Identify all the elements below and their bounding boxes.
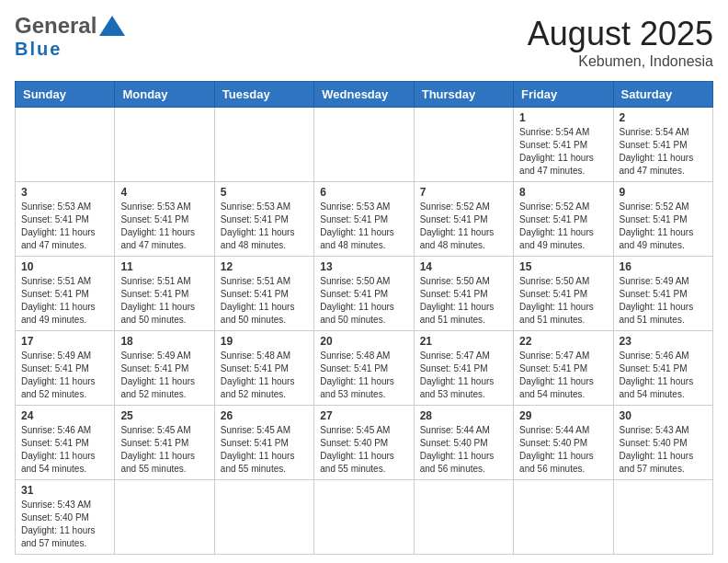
table-row: 12Sunrise: 5:51 AM Sunset: 5:41 PM Dayli… (214, 257, 313, 331)
header-saturday: Saturday (613, 82, 712, 108)
day-number: 25 (120, 409, 208, 422)
table-row: 16Sunrise: 5:49 AM Sunset: 5:41 PM Dayli… (613, 257, 712, 331)
day-info: Sunrise: 5:53 AM Sunset: 5:41 PM Dayligh… (320, 201, 407, 252)
table-row (214, 480, 313, 555)
table-row: 19Sunrise: 5:48 AM Sunset: 5:41 PM Dayli… (214, 331, 313, 406)
day-number: 28 (420, 409, 507, 422)
table-row: 20Sunrise: 5:48 AM Sunset: 5:41 PM Dayli… (314, 331, 414, 406)
day-info: Sunrise: 5:49 AM Sunset: 5:41 PM Dayligh… (620, 275, 707, 327)
header-thursday: Thursday (414, 82, 513, 108)
day-info: Sunrise: 5:54 AM Sunset: 5:41 PM Dayligh… (519, 126, 607, 178)
table-row: 14Sunrise: 5:50 AM Sunset: 5:41 PM Dayli… (414, 257, 513, 331)
day-number: 17 (21, 335, 108, 348)
day-info: Sunrise: 5:44 AM Sunset: 5:40 PM Dayligh… (519, 424, 607, 476)
day-number: 10 (21, 260, 108, 273)
header-wednesday: Wednesday (314, 82, 414, 108)
day-number: 4 (120, 186, 208, 199)
day-number: 14 (420, 260, 507, 273)
day-info: Sunrise: 5:45 AM Sunset: 5:41 PM Dayligh… (120, 424, 208, 476)
day-number: 19 (221, 335, 308, 348)
calendar-week-row: 3Sunrise: 5:53 AM Sunset: 5:41 PM Daylig… (16, 182, 713, 257)
day-info: Sunrise: 5:49 AM Sunset: 5:41 PM Dayligh… (120, 350, 208, 401)
day-number: 16 (620, 260, 707, 273)
table-row (414, 108, 513, 182)
table-row: 17Sunrise: 5:49 AM Sunset: 5:41 PM Dayli… (16, 331, 115, 406)
day-info: Sunrise: 5:48 AM Sunset: 5:41 PM Dayligh… (221, 350, 308, 401)
svg-marker-0 (99, 16, 125, 36)
day-info: Sunrise: 5:43 AM Sunset: 5:40 PM Dayligh… (620, 424, 707, 476)
day-number: 3 (21, 186, 108, 199)
month-year-label: August 2025 (528, 15, 713, 53)
table-row (613, 480, 712, 555)
day-number: 22 (519, 335, 607, 348)
table-row: 24Sunrise: 5:46 AM Sunset: 5:41 PM Dayli… (16, 406, 115, 480)
day-info: Sunrise: 5:52 AM Sunset: 5:41 PM Dayligh… (620, 201, 707, 252)
day-number: 5 (221, 186, 308, 199)
day-info: Sunrise: 5:44 AM Sunset: 5:40 PM Dayligh… (420, 424, 507, 476)
day-number: 18 (120, 335, 208, 348)
table-row: 10Sunrise: 5:51 AM Sunset: 5:41 PM Dayli… (16, 257, 115, 331)
table-row (214, 108, 313, 182)
calendar-week-row: 17Sunrise: 5:49 AM Sunset: 5:41 PM Dayli… (16, 331, 713, 406)
table-row: 31Sunrise: 5:43 AM Sunset: 5:40 PM Dayli… (16, 480, 115, 555)
day-info: Sunrise: 5:50 AM Sunset: 5:41 PM Dayligh… (320, 275, 407, 327)
day-info: Sunrise: 5:51 AM Sunset: 5:41 PM Dayligh… (120, 275, 208, 327)
table-row: 7Sunrise: 5:52 AM Sunset: 5:41 PM Daylig… (414, 182, 513, 257)
day-number: 24 (21, 409, 108, 422)
day-info: Sunrise: 5:48 AM Sunset: 5:41 PM Dayligh… (320, 350, 407, 401)
calendar-week-row: 31Sunrise: 5:43 AM Sunset: 5:40 PM Dayli… (16, 480, 713, 555)
day-number: 27 (320, 409, 407, 422)
logo-blue-text: Blue (15, 39, 125, 60)
page-header: General Blue August 2025 Kebumen, Indone… (15, 15, 713, 70)
day-number: 23 (620, 335, 707, 348)
day-number: 11 (120, 260, 208, 273)
table-row: 15Sunrise: 5:50 AM Sunset: 5:41 PM Dayli… (514, 257, 613, 331)
header-sunday: Sunday (16, 82, 115, 108)
day-info: Sunrise: 5:50 AM Sunset: 5:41 PM Dayligh… (519, 275, 607, 327)
table-row: 22Sunrise: 5:47 AM Sunset: 5:41 PM Dayli… (514, 331, 613, 406)
table-row: 4Sunrise: 5:53 AM Sunset: 5:41 PM Daylig… (115, 182, 214, 257)
day-info: Sunrise: 5:46 AM Sunset: 5:41 PM Dayligh… (21, 424, 108, 476)
day-info: Sunrise: 5:45 AM Sunset: 5:40 PM Dayligh… (320, 424, 407, 476)
day-info: Sunrise: 5:45 AM Sunset: 5:41 PM Dayligh… (221, 424, 308, 476)
day-number: 20 (320, 335, 407, 348)
day-info: Sunrise: 5:54 AM Sunset: 5:41 PM Dayligh… (620, 126, 707, 178)
table-row: 29Sunrise: 5:44 AM Sunset: 5:40 PM Dayli… (514, 406, 613, 480)
day-number: 1 (519, 111, 607, 124)
day-info: Sunrise: 5:51 AM Sunset: 5:41 PM Dayligh… (221, 275, 308, 327)
table-row: 18Sunrise: 5:49 AM Sunset: 5:41 PM Dayli… (115, 331, 214, 406)
day-info: Sunrise: 5:50 AM Sunset: 5:41 PM Dayligh… (420, 275, 507, 327)
day-number: 30 (620, 409, 707, 422)
day-info: Sunrise: 5:53 AM Sunset: 5:41 PM Dayligh… (221, 201, 308, 252)
day-number: 12 (221, 260, 308, 273)
location-label: Kebumen, Indonesia (528, 53, 713, 70)
table-row (514, 480, 613, 555)
table-row: 1Sunrise: 5:54 AM Sunset: 5:41 PM Daylig… (514, 108, 613, 182)
day-number: 21 (420, 335, 507, 348)
logo-general-text: General (15, 15, 97, 37)
table-row: 25Sunrise: 5:45 AM Sunset: 5:41 PM Dayli… (115, 406, 214, 480)
table-row (115, 108, 214, 182)
day-number: 31 (21, 484, 108, 497)
table-row: 5Sunrise: 5:53 AM Sunset: 5:41 PM Daylig… (214, 182, 313, 257)
table-row: 8Sunrise: 5:52 AM Sunset: 5:41 PM Daylig… (514, 182, 613, 257)
table-row (314, 108, 414, 182)
table-row: 30Sunrise: 5:43 AM Sunset: 5:40 PM Dayli… (613, 406, 712, 480)
table-row (414, 480, 513, 555)
day-info: Sunrise: 5:43 AM Sunset: 5:40 PM Dayligh… (21, 499, 108, 550)
day-number: 26 (221, 409, 308, 422)
table-row (115, 480, 214, 555)
table-row (314, 480, 414, 555)
table-row: 9Sunrise: 5:52 AM Sunset: 5:41 PM Daylig… (613, 182, 712, 257)
logo: General Blue (15, 15, 125, 60)
table-row: 13Sunrise: 5:50 AM Sunset: 5:41 PM Dayli… (314, 257, 414, 331)
table-row: 26Sunrise: 5:45 AM Sunset: 5:41 PM Dayli… (214, 406, 313, 480)
calendar-week-row: 10Sunrise: 5:51 AM Sunset: 5:41 PM Dayli… (16, 257, 713, 331)
table-row (16, 108, 115, 182)
day-info: Sunrise: 5:53 AM Sunset: 5:41 PM Dayligh… (21, 201, 108, 252)
day-number: 9 (620, 186, 707, 199)
table-row: 21Sunrise: 5:47 AM Sunset: 5:41 PM Dayli… (414, 331, 513, 406)
table-row: 11Sunrise: 5:51 AM Sunset: 5:41 PM Dayli… (115, 257, 214, 331)
day-number: 6 (320, 186, 407, 199)
day-info: Sunrise: 5:51 AM Sunset: 5:41 PM Dayligh… (21, 275, 108, 327)
